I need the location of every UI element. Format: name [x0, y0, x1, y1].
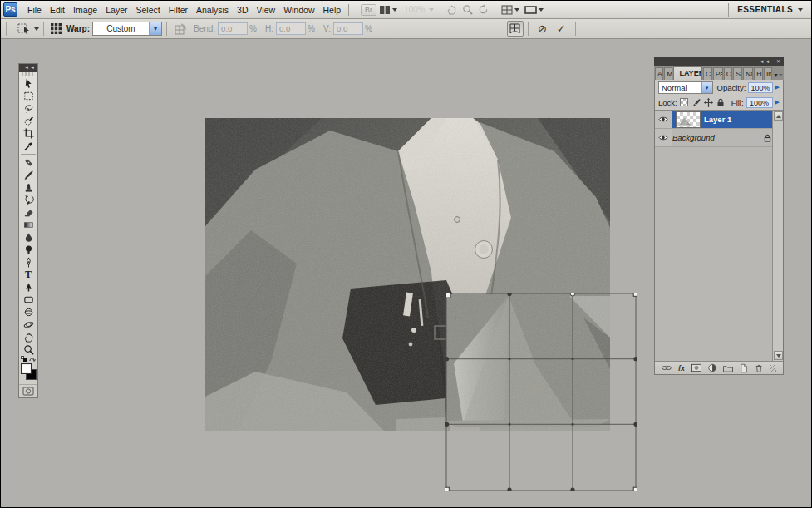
- tool-rectangular-marquee[interactable]: [19, 90, 37, 102]
- chevron-down-icon: [798, 8, 803, 12]
- tool-zoom[interactable]: [19, 343, 37, 356]
- toolbox-header[interactable]: ◄◄: [19, 64, 37, 72]
- tool-spot-healing-brush[interactable]: [19, 156, 37, 169]
- tool-lasso[interactable]: [19, 102, 37, 115]
- layer-name[interactable]: Background: [672, 133, 715, 142]
- tool-rectangle-shape[interactable]: [19, 293, 37, 306]
- h-input: [276, 22, 306, 35]
- add-layer-mask-icon[interactable]: [691, 363, 701, 372]
- arrange-documents-button[interactable]: [376, 2, 400, 17]
- separator: [166, 22, 167, 36]
- menu-select[interactable]: Select: [131, 5, 164, 15]
- scroll-up-button[interactable]: [774, 111, 783, 121]
- lock-paint-icon[interactable]: [691, 98, 701, 107]
- tool-blur[interactable]: [19, 231, 37, 244]
- screen-mode-button[interactable]: [522, 2, 546, 17]
- tool-pen[interactable]: [19, 256, 37, 269]
- foreground-color-swatch[interactable]: [21, 363, 32, 374]
- tab-histogram[interactable]: Hi: [754, 67, 763, 80]
- commit-transform-button[interactable]: ✓: [552, 22, 571, 35]
- panel-menu-icon[interactable]: ▼≡: [773, 72, 782, 78]
- tool-brush[interactable]: [19, 169, 37, 181]
- layer-style-icon[interactable]: fx: [678, 364, 685, 372]
- tab-navigator[interactable]: Na: [743, 67, 753, 80]
- menu-image[interactable]: Image: [69, 5, 101, 15]
- tool-history-brush[interactable]: [19, 194, 37, 206]
- fill-value[interactable]: 100%: [746, 97, 773, 108]
- layers-panel-body: Normal ▾ Opacity: 100% ▶ Lock: Fill: 100…: [654, 80, 784, 375]
- separator: [575, 22, 576, 36]
- blend-mode-dropdown[interactable]: Normal ▾: [658, 81, 713, 94]
- tab-masks[interactable]: M: [664, 67, 672, 80]
- launch-bridge-button[interactable]: Br: [361, 4, 376, 16]
- tool-type[interactable]: T: [19, 269, 37, 281]
- tab-styles[interactable]: St: [733, 67, 742, 80]
- tool-path-selection[interactable]: [19, 281, 37, 293]
- new-layer-icon[interactable]: [740, 363, 748, 373]
- tab-color[interactable]: Cl: [724, 67, 733, 80]
- lock-position-icon[interactable]: [704, 98, 713, 107]
- fill-slider-arrow-icon[interactable]: ▶: [775, 99, 780, 106]
- collapse-icon[interactable]: ◄◄: [759, 59, 770, 64]
- tab-channels[interactable]: Cl: [703, 67, 712, 80]
- tool-preset-picker[interactable]: [17, 22, 39, 35]
- lock-all-icon[interactable]: [716, 98, 725, 107]
- new-group-icon[interactable]: [723, 364, 733, 372]
- menu-3d[interactable]: 3D: [233, 5, 252, 15]
- layer-name[interactable]: Layer 1: [704, 115, 731, 124]
- collapse-icon[interactable]: ◄◄: [24, 65, 36, 70]
- menu-file[interactable]: File: [23, 5, 46, 15]
- tool-hand[interactable]: [19, 331, 37, 343]
- layer-thumbnail[interactable]: [676, 111, 701, 128]
- view-extras-button[interactable]: [499, 2, 522, 17]
- layer-list-scrollbar[interactable]: [772, 111, 783, 361]
- layer-row-background[interactable]: Background: [655, 129, 783, 147]
- tab-layers[interactable]: LAYERS: [673, 66, 702, 80]
- menu-edit[interactable]: Edit: [46, 5, 69, 15]
- tab-info[interactable]: In: [764, 67, 772, 80]
- tool-move[interactable]: [19, 77, 37, 90]
- default-colors-icon[interactable]: [21, 356, 27, 362]
- tab-paths[interactable]: Pa: [713, 67, 723, 80]
- clone-stamp-tool-icon: [23, 182, 34, 193]
- visibility-toggle[interactable]: [655, 111, 672, 128]
- tool-gradient[interactable]: [19, 219, 37, 231]
- menu-help[interactable]: Help: [318, 5, 345, 15]
- scroll-down-button[interactable]: [774, 351, 783, 360]
- quick-mask-button[interactable]: [19, 384, 37, 397]
- menu-view[interactable]: View: [253, 5, 280, 15]
- workspace-switcher[interactable]: ESSENTIALS: [728, 3, 811, 17]
- link-layers-icon[interactable]: [662, 364, 672, 372]
- menu-window[interactable]: Window: [279, 5, 318, 15]
- tab-adjustments[interactable]: Al: [655, 67, 663, 80]
- delete-layer-icon[interactable]: [755, 363, 763, 373]
- toolbox-grip[interactable]: [22, 72, 35, 76]
- tool-quick-selection[interactable]: [19, 115, 37, 127]
- tool-crop[interactable]: [19, 127, 37, 140]
- 3d-orbit-tool-icon: [23, 319, 34, 330]
- opacity-value[interactable]: 100%: [748, 82, 772, 93]
- cancel-transform-button[interactable]: ⊘: [533, 22, 552, 35]
- menu-filter[interactable]: Filter: [165, 5, 192, 15]
- lock-transparency-icon[interactable]: [680, 98, 688, 106]
- warp-style-dropdown[interactable]: Custom ▾: [92, 22, 162, 36]
- adjustment-layer-icon[interactable]: [708, 363, 716, 372]
- toggle-warp-mode-button[interactable]: [507, 21, 524, 37]
- tool-eraser[interactable]: [19, 206, 37, 219]
- opacity-slider-arrow-icon[interactable]: ▶: [775, 84, 780, 91]
- tool-clone-stamp[interactable]: [19, 181, 37, 194]
- tool-dodge[interactable]: [19, 244, 37, 256]
- tool-3d-orbit[interactable]: [19, 318, 37, 331]
- panel-resize-grip[interactable]: [770, 365, 776, 372]
- layer-row-layer1[interactable]: Layer 1: [655, 111, 783, 129]
- swap-colors-icon[interactable]: [29, 356, 36, 363]
- visibility-toggle[interactable]: [655, 129, 672, 146]
- photoshop-logo[interactable]: Ps: [3, 2, 17, 17]
- menu-analysis[interactable]: Analysis: [192, 5, 233, 15]
- history-brush-tool-icon: [23, 195, 34, 205]
- menu-layer[interactable]: Layer: [101, 5, 131, 15]
- tool-3d-rotate[interactable]: [19, 306, 37, 318]
- tool-eyedropper[interactable]: [19, 140, 37, 152]
- close-icon[interactable]: ✕: [776, 59, 781, 64]
- warp-transform-grid[interactable]: [445, 293, 637, 491]
